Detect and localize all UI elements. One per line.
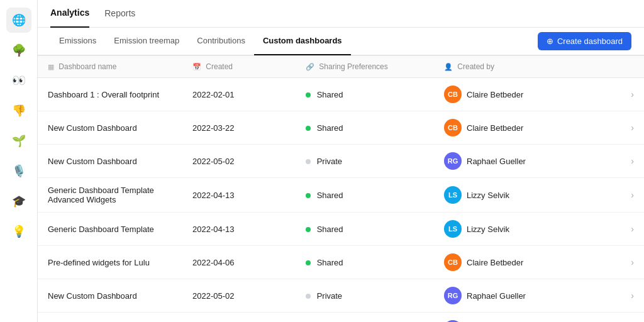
cell-created-7: 2022-05-02 <box>182 313 296 323</box>
cell-arrow-4[interactable]: › <box>619 213 644 246</box>
sharing-label-6: Private <box>317 291 342 301</box>
status-dot-1 <box>306 126 311 131</box>
cell-created-3: 2022-04-13 <box>182 178 296 213</box>
sidebar-item-graduation[interactable]: 🎓 <box>6 189 31 214</box>
avatar-2: RG <box>444 152 462 170</box>
cell-name-0: Dashboard 1 : Overall footprint <box>38 78 182 111</box>
sidebar-item-globe[interactable]: 🌐 <box>6 8 31 33</box>
dashboards-table: ▦ Dashboard name 📅 Created 🔗 Sharing Pre… <box>38 55 644 322</box>
cell-createdby-4: LS Lizzy Selvik <box>434 213 619 246</box>
createdby-inner-2: RG Raphael Gueller <box>444 152 609 170</box>
cell-created-4: 2022-04-13 <box>182 213 296 246</box>
main-content: Analytics Reports Emissions Emission tre… <box>38 0 644 322</box>
avatar-3: LS <box>444 186 462 204</box>
table-header-row: ▦ Dashboard name 📅 Created 🔗 Sharing Pre… <box>38 56 644 78</box>
subnav-emission-treemap[interactable]: Emission treemap <box>105 28 188 55</box>
cell-createdby-5: CB Claire Betbeder <box>434 246 619 279</box>
sidebar-item-tree[interactable]: 🌳 <box>6 38 31 63</box>
eyes-icon: 👀 <box>12 74 26 87</box>
cell-name-5: Pre-defined widgets for Lulu <box>38 246 182 279</box>
sub-navigation: Emissions Emission treemap Contributions… <box>38 28 644 55</box>
avatar-4: LS <box>444 220 462 238</box>
createdby-name-4: Lizzy Selvik <box>467 225 509 234</box>
calendar-icon: 📅 <box>192 63 201 71</box>
table-row[interactable]: New Custom Dashboard 2022-05-02 Private … <box>38 313 644 323</box>
table-row[interactable]: Dashboard 1 : Overall footprint 2022-02-… <box>38 78 644 111</box>
table-row[interactable]: Generic Dashboard Template Advanced Widg… <box>38 178 644 213</box>
bulb-icon: 💡 <box>12 225 26 238</box>
cell-createdby-7: RG Raphael Gueller <box>434 313 619 323</box>
cell-arrow-6[interactable]: › <box>619 279 644 313</box>
chevron-right-icon-0: › <box>631 89 634 99</box>
avatar-5: CB <box>444 253 462 271</box>
top-navigation: Analytics Reports <box>38 0 644 28</box>
column-header-sharing: 🔗 Sharing Preferences <box>296 56 434 78</box>
cell-createdby-1: CB Claire Betbeder <box>434 111 619 145</box>
createdby-name-5: Claire Betbeder <box>467 258 523 267</box>
chevron-right-icon-6: › <box>631 291 634 301</box>
table-row[interactable]: New Custom Dashboard 2022-05-02 Private … <box>38 145 644 178</box>
subnav-custom-dashboards[interactable]: Custom dashboards <box>254 28 351 55</box>
sharing-label-3: Shared <box>317 191 343 200</box>
cell-name-7: New Custom Dashboard <box>38 313 182 323</box>
table-icon: ▦ <box>48 63 54 71</box>
createdby-name-3: Lizzy Selvik <box>467 191 509 200</box>
subnav-emissions[interactable]: Emissions <box>50 28 105 55</box>
status-dot-0 <box>306 92 311 97</box>
cell-created-6: 2022-05-02 <box>182 279 296 313</box>
cell-created-1: 2022-03-22 <box>182 111 296 145</box>
cell-sharing-2: Private <box>296 145 434 178</box>
createdby-name-6: Raphael Gueller <box>467 291 526 301</box>
sprout-icon: 🌱 <box>12 134 26 148</box>
sidebar-item-mic[interactable]: 🎙️ <box>6 158 31 184</box>
cell-name-3: Generic Dashboard Template Advanced Widg… <box>38 178 182 213</box>
cell-arrow-2[interactable]: › <box>619 145 644 178</box>
column-header-created: 📅 Created <box>182 56 296 78</box>
table-row[interactable]: Pre-defined widgets for Lulu 2022-04-06 … <box>38 246 644 279</box>
sharing-label-1: Shared <box>317 123 343 133</box>
mic-icon: 🎙️ <box>12 164 26 178</box>
tree-icon: 🌳 <box>12 43 26 57</box>
cell-createdby-2: RG Raphael Gueller <box>434 145 619 178</box>
chevron-right-icon-4: › <box>631 224 634 234</box>
sidebar-item-eyes[interactable]: 👀 <box>6 68 31 93</box>
sidebar-item-sprout[interactable]: 🌱 <box>6 128 31 153</box>
table-row[interactable]: New Custom Dashboard 2022-05-02 Private … <box>38 279 644 313</box>
table-row[interactable]: New Custom Dashboard 2022-03-22 Shared C… <box>38 111 644 145</box>
cell-createdby-3: LS Lizzy Selvik <box>434 178 619 213</box>
status-dot-3 <box>306 193 311 198</box>
column-header-createdby: 👤 Created by <box>434 56 619 78</box>
cell-created-5: 2022-04-06 <box>182 246 296 279</box>
tab-analytics[interactable]: Analytics <box>50 0 89 28</box>
sidebar-item-thumbs[interactable]: 👎 <box>6 98 31 123</box>
cell-arrow-5[interactable]: › <box>619 246 644 279</box>
avatar-1: CB <box>444 119 462 136</box>
cell-arrow-7[interactable]: › <box>619 313 644 323</box>
avatar-6: RG <box>444 287 462 304</box>
cell-arrow-3[interactable]: › <box>619 178 644 213</box>
globe-icon: 🌐 <box>12 13 26 27</box>
sidebar-item-bulb[interactable]: 💡 <box>6 219 31 244</box>
createdby-name-2: Raphael Gueller <box>467 157 526 166</box>
subnav-contributions[interactable]: Contributions <box>188 28 254 55</box>
status-dot-4 <box>306 227 311 232</box>
chevron-right-icon-3: › <box>631 190 634 200</box>
cell-arrow-0[interactable]: › <box>619 78 644 111</box>
sharing-label-5: Shared <box>317 258 343 267</box>
createdby-inner-5: CB Claire Betbeder <box>444 253 609 271</box>
create-dashboard-button[interactable]: ⊕ Create dashboard <box>538 32 631 50</box>
tab-reports[interactable]: Reports <box>104 0 135 28</box>
cell-sharing-5: Shared <box>296 246 434 279</box>
createdby-name-0: Claire Betbeder <box>467 90 523 99</box>
table-row[interactable]: Generic Dashboard Template 2022-04-13 Sh… <box>38 213 644 246</box>
user-icon: 👤 <box>444 63 453 71</box>
cell-created-0: 2022-02-01 <box>182 78 296 111</box>
sidebar: 🌐 🌳 👀 👎 🌱 🎙️ 🎓 💡 <box>0 0 38 322</box>
cell-name-1: New Custom Dashboard <box>38 111 182 145</box>
cell-sharing-4: Shared <box>296 213 434 246</box>
cell-arrow-1[interactable]: › <box>619 111 644 145</box>
sharing-label-2: Private <box>317 157 342 166</box>
dashboards-table-area: ▦ Dashboard name 📅 Created 🔗 Sharing Pre… <box>38 55 644 322</box>
plus-circle-icon: ⊕ <box>547 36 553 46</box>
chevron-right-icon-2: › <box>631 156 634 166</box>
